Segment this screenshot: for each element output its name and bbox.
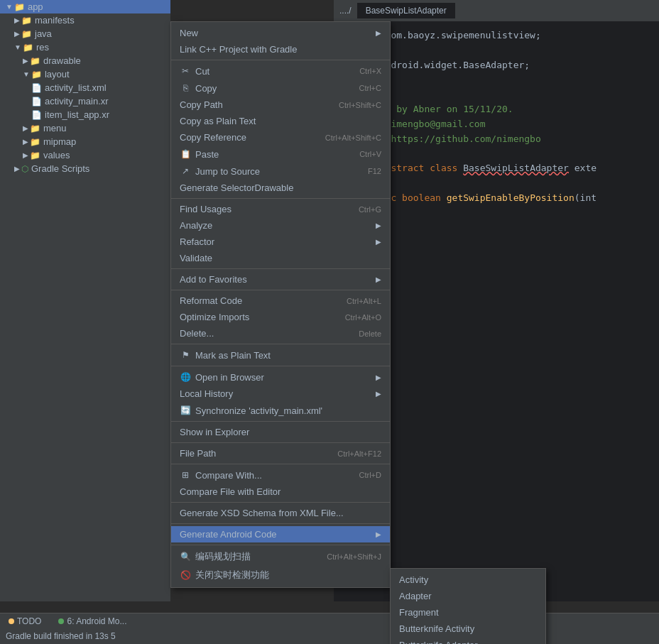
menu-item-link-cpp-label: Link C++ Project with Gradle [180, 44, 297, 55]
menu-item-mark-plain[interactable]: ⚑Mark as Plain Text [171, 346, 390, 364]
xml-icon-2: 📄 [31, 97, 42, 107]
menu-item-code-scan-shortcut: Ctrl+Alt+Shift+J [327, 552, 381, 561]
sidebar-activity-main-label: activity_main.xr [45, 96, 109, 107]
menu-item-copy-path[interactable]: Copy Path Ctrl+Shift+C [171, 97, 390, 113]
sidebar-item-app[interactable]: ▼ 📁 app [0, 0, 170, 13]
tab-label: BaseSwipListAdapter [366, 6, 447, 16]
sidebar-layout-label: layout [45, 69, 70, 80]
menu-item-delete[interactable]: Delete... Delete [171, 325, 390, 342]
menu-item-show-explorer[interactable]: Show in Explorer [171, 424, 390, 440]
context-menu: New ▶ Link C++ Project with Gradle ✂Cut … [170, 21, 391, 588]
sidebar-item-activity-main[interactable]: 📄 activity_main.xr [0, 94, 170, 108]
menu-item-copy-label: ⎘Copy [180, 82, 217, 94]
sidebar-item-manifests[interactable]: ▶ 📁 manifests [0, 13, 170, 27]
menu-item-refactor-label: Refactor [180, 236, 214, 247]
menu-item-synchronize[interactable]: 🔄Synchronize 'activity_main.xml' [171, 402, 390, 419]
menu-item-cut[interactable]: ✂Cut Ctrl+X [171, 62, 390, 80]
menu-item-reformat-label: Reformat Code [180, 295, 242, 306]
sidebar-item-values[interactable]: ▶ 📁 values [0, 148, 170, 162]
editor-tab-bar: ..../ BaseSwipListAdapter [334, 0, 659, 21]
menu-item-copy[interactable]: ⎘Copy Ctrl+C [171, 80, 390, 97]
menu-item-paste-label: 📋Paste [180, 148, 219, 160]
sidebar-item-layout[interactable]: ▼ 📁 layout [0, 67, 170, 81]
gradle-icon: ⬡ [21, 164, 28, 174]
menu-item-jump-label: ↗Jump to Source [180, 165, 260, 177]
menu-item-file-path[interactable]: File Path Ctrl+Alt+F12 [171, 445, 390, 462]
menu-item-compare-shortcut: Ctrl+D [359, 471, 381, 479]
menu-item-new-arrow: ▶ [376, 29, 381, 37]
menu-item-optimize[interactable]: Optimize Imports Ctrl+Alt+O [171, 309, 390, 325]
generate-adapter[interactable]: Adapter [391, 588, 545, 604]
menu-item-copy-ref[interactable]: Copy Reference Ctrl+Alt+Shift+C [171, 129, 390, 146]
sidebar: ▼ 📁 app ▶ 📁 manifests ▶ 📁 java ▼ 📁 res ▶… [0, 0, 170, 601]
menu-item-refactor-arrow: ▶ [376, 238, 381, 246]
menu-item-synchronize-label: 🔄Synchronize 'activity_main.xml' [180, 405, 322, 416]
menu-item-paste-shortcut: Ctrl+V [359, 150, 381, 158]
menu-item-new[interactable]: New ▶ [171, 25, 390, 41]
menu-item-optimize-label: Optimize Imports [180, 312, 249, 322]
menu-icon: 📁 [30, 124, 40, 133]
menu-item-analyze[interactable]: Analyze ▶ [171, 217, 390, 234]
menu-item-code-scan[interactable]: 🔍编码规划扫描 Ctrl+Alt+Shift+J [171, 547, 390, 566]
menu-item-copy-plain[interactable]: Copy as Plain Text [171, 113, 390, 129]
menu-item-close-detect[interactable]: 🚫关闭实时检测功能 [171, 566, 390, 584]
generate-butterknife-adapter[interactable]: Butterknife Adapter [391, 637, 545, 644]
sidebar-item-java[interactable]: ▶ 📁 java [0, 27, 170, 40]
menu-item-validate[interactable]: Validate [171, 250, 390, 266]
sidebar-menu-label: menu [43, 123, 67, 133]
menu-item-compare-with[interactable]: ⊞Compare With... Ctrl+D [171, 466, 390, 484]
menu-item-local-history[interactable]: Local History ▶ [171, 386, 390, 402]
generate-butterknife-activity[interactable]: Butterknife Activity [391, 621, 545, 637]
sidebar-item-menu[interactable]: ▶ 📁 menu [0, 121, 170, 135]
menu-item-generate-android[interactable]: Generate Android Code ▶ [171, 526, 390, 542]
menu-item-generate-xsd[interactable]: Generate XSD Schema from XML File... [171, 505, 390, 521]
menu-item-paste[interactable]: 📋Paste Ctrl+V [171, 146, 390, 163]
menu-item-reformat[interactable]: Reformat Code Ctrl+Alt+L [171, 293, 390, 309]
menu-item-generate-selector[interactable]: Generate SelectorDrawable [171, 180, 390, 196]
menu-item-file-path-shortcut: Ctrl+Alt+F12 [337, 449, 381, 458]
sidebar-gradle-label: Gradle Scripts [31, 163, 89, 174]
expand-arrow: ▼ [6, 3, 13, 11]
generate-butterknife-adapter-label: Butterknife Adapter [399, 640, 478, 644]
sidebar-item-item-list[interactable]: 📄 item_list_app.xr [0, 108, 170, 121]
tab-dots[interactable]: ..../ [334, 3, 357, 18]
generate-fragment[interactable]: Fragment [391, 604, 545, 621]
menu-item-compare-with-label: ⊞Compare With... [180, 469, 262, 481]
generate-activity[interactable]: Activity [391, 572, 545, 588]
menu-item-reformat-shortcut: Ctrl+Alt+L [347, 297, 381, 305]
menu-item-new-label: New [180, 28, 198, 38]
sidebar-item-res[interactable]: ▼ 📁 res [0, 40, 170, 54]
xml-icon-3: 📄 [31, 110, 42, 120]
menu-item-jump[interactable]: ↗Jump to Source F12 [171, 163, 390, 180]
menu-item-copy-plain-label: Copy as Plain Text [180, 116, 256, 126]
sidebar-item-drawable[interactable]: ▶ 📁 drawable [0, 54, 170, 67]
todo-dot [9, 618, 14, 624]
tab-android-monitor[interactable]: 6: Android Mo... [50, 615, 135, 628]
sidebar-item-gradle[interactable]: ▶ ⬡ Gradle Scripts [0, 162, 170, 175]
menu-item-refactor[interactable]: Refactor ▶ [171, 234, 390, 250]
menu-item-generate-xsd-label: Generate XSD Schema from XML File... [180, 508, 344, 518]
sidebar-values-label: values [43, 150, 70, 160]
status-bar: Gradle build finished in 13s 5 [0, 628, 659, 644]
sidebar-item-activity-list[interactable]: 📄 activity_list.xml [0, 81, 170, 94]
menu-item-favorites[interactable]: Add to Favorites ▶ [171, 271, 390, 288]
menu-item-compare-editor[interactable]: Compare File with Editor [171, 484, 390, 500]
sidebar-java-label: java [35, 28, 52, 39]
sidebar-item-mipmap[interactable]: ▶ 📁 mipmap [0, 135, 170, 148]
menu-item-copy-shortcut: Ctrl+C [359, 84, 381, 92]
menu-item-close-detect-label: 🚫关闭实时检测功能 [180, 569, 269, 582]
editor-tab[interactable]: BaseSwipListAdapter [357, 3, 456, 18]
java-icon: 📁 [21, 29, 32, 39]
menu-item-code-scan-label: 🔍编码规划扫描 [180, 550, 251, 563]
tab-todo[interactable]: TODO [0, 615, 50, 628]
menu-item-find-usages[interactable]: Find Usages Ctrl+G [171, 201, 390, 217]
menu-item-generate-android-label: Generate Android Code [180, 529, 277, 540]
expand-arrow-java: ▶ [14, 30, 20, 38]
menu-item-favorites-arrow: ▶ [376, 275, 381, 283]
separator-10 [171, 502, 390, 503]
menu-item-open-browser[interactable]: 🌐Open in Browser ▶ [171, 369, 390, 386]
menu-item-mark-plain-label: ⚑Mark as Plain Text [180, 349, 271, 361]
menu-item-link-cpp[interactable]: Link C++ Project with Gradle [171, 41, 390, 58]
generate-android-submenu: Activity Adapter Fragment Butterknife Ac… [390, 568, 546, 644]
generate-activity-label: Activity [399, 574, 428, 585]
